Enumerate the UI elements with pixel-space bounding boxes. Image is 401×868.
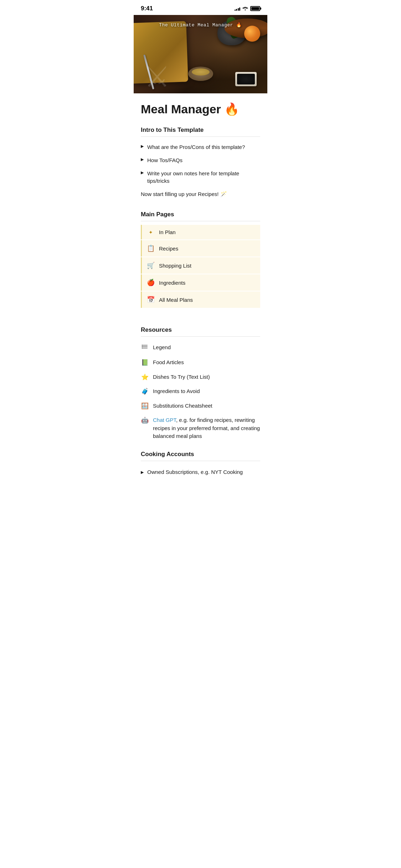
resource-substitutions[interactable]: 🪟 Substitutions Cheatsheet bbox=[141, 399, 260, 413]
intro-section: Intro to This Template ▶ What are the Pr… bbox=[134, 122, 267, 204]
legend-icon bbox=[141, 344, 149, 352]
svg-point-5 bbox=[142, 348, 143, 348]
cooking-accounts-heading: Cooking Accounts bbox=[141, 446, 260, 459]
ingredients-icon: 🍎 bbox=[147, 279, 155, 286]
resource-dishes-to-try[interactable]: ⭐ Dishes To Try (Text List) bbox=[141, 370, 260, 384]
resource-ingredients-to-avoid[interactable]: 🧳 Ingredients to Avoid bbox=[141, 384, 260, 399]
shopping-list-label: Shopping List bbox=[159, 263, 191, 269]
chat-gpt-icon: 🤖 bbox=[141, 417, 149, 424]
main-pages-section: Main Pages ✦ In Plan 📋 Recipes 🛒 Shoppin… bbox=[134, 207, 267, 308]
start-filling-text: Now start filling up your Recipes! 🪄 bbox=[141, 187, 260, 204]
resources-divider bbox=[141, 336, 260, 337]
main-pages-heading: Main Pages bbox=[141, 207, 260, 219]
toggle-item-3[interactable]: ▶ Write your own notes here for template… bbox=[141, 167, 260, 187]
food-articles-label: Food Articles bbox=[153, 358, 184, 367]
dishes-to-try-icon: ⭐ bbox=[141, 373, 149, 381]
status-icons bbox=[235, 6, 261, 11]
shopping-list-icon: 🛒 bbox=[147, 262, 155, 269]
ingredients-avoid-icon: 🧳 bbox=[141, 388, 149, 395]
wifi-icon bbox=[242, 6, 248, 11]
resource-legend[interactable]: Legend bbox=[141, 340, 260, 355]
svg-rect-0 bbox=[142, 345, 148, 346]
svg-point-3 bbox=[142, 345, 143, 346]
toggle-arrow-2: ▶ bbox=[141, 157, 144, 162]
recipes-icon: 📋 bbox=[147, 244, 155, 252]
toggle-arrow-1: ▶ bbox=[141, 144, 144, 149]
hero-spice-bowl bbox=[188, 67, 213, 81]
chat-gpt-link[interactable]: Chat GPT bbox=[153, 417, 176, 423]
battery-icon bbox=[250, 6, 260, 11]
hero-pepper-tray bbox=[235, 72, 257, 86]
resource-chat-gpt[interactable]: 🤖 Chat GPT, e.g. for finding recipes, re… bbox=[141, 413, 260, 444]
recipes-label: Recipes bbox=[159, 246, 178, 252]
dishes-to-try-label: Dishes To Try (Text List) bbox=[153, 373, 210, 381]
page-link-shopping-list[interactable]: 🛒 Shopping List bbox=[141, 257, 260, 274]
cooking-toggle-subscriptions[interactable]: ▶ Owned Subscriptions, e.g. NYT Cooking bbox=[141, 465, 260, 479]
resources-section: Resources Legend 📗 Food Articles ⭐ Dishe… bbox=[134, 322, 267, 444]
toggle-text-3: Write your own notes here for template t… bbox=[147, 170, 260, 185]
page-title: Meal Manager 🔥 bbox=[134, 93, 267, 122]
in-plan-icon: ✦ bbox=[147, 229, 155, 235]
toggle-item-2[interactable]: ▶ How Tos/FAQs bbox=[141, 154, 260, 167]
page-link-ingredients[interactable]: 🍎 Ingredients bbox=[141, 274, 260, 291]
substitutions-label: Substitutions Cheatsheet bbox=[153, 402, 212, 410]
cooking-toggle-arrow: ▶ bbox=[141, 470, 144, 475]
all-meal-plans-icon: 📅 bbox=[147, 296, 155, 304]
cooking-accounts-divider bbox=[141, 461, 260, 461]
svg-point-4 bbox=[142, 346, 143, 347]
ingredients-avoid-label: Ingredients to Avoid bbox=[153, 387, 200, 396]
svg-rect-1 bbox=[142, 346, 148, 347]
main-pages-divider bbox=[141, 221, 260, 221]
substitutions-icon: 🪟 bbox=[141, 402, 149, 410]
toggle-text-1: What are the Pros/Cons of this template? bbox=[147, 143, 245, 151]
page-link-recipes[interactable]: 📋 Recipes bbox=[141, 240, 260, 257]
hero-orange bbox=[244, 26, 260, 42]
food-articles-icon: 📗 bbox=[141, 359, 149, 366]
status-time: 9:41 bbox=[141, 5, 153, 12]
intro-divider bbox=[141, 136, 260, 137]
hero-subtitle: The Ultimate Meal Manager 🔥 bbox=[159, 22, 242, 28]
legend-label: Legend bbox=[153, 343, 171, 352]
status-bar: 9:41 bbox=[134, 0, 267, 15]
all-meal-plans-label: All Meal Plans bbox=[159, 297, 193, 303]
toggle-text-2: How Tos/FAQs bbox=[147, 156, 182, 164]
page-link-in-plan[interactable]: ✦ In Plan bbox=[141, 225, 260, 239]
in-plan-label: In Plan bbox=[159, 229, 176, 235]
cooking-accounts-section: Cooking Accounts ▶ Owned Subscriptions, … bbox=[134, 446, 267, 479]
toggle-item-1[interactable]: ▶ What are the Pros/Cons of this templat… bbox=[141, 140, 260, 154]
resource-food-articles[interactable]: 📗 Food Articles bbox=[141, 355, 260, 370]
signal-icon bbox=[235, 6, 241, 11]
svg-rect-2 bbox=[142, 348, 148, 348]
intro-heading: Intro to This Template bbox=[141, 122, 260, 135]
page-link-all-meal-plans[interactable]: 📅 All Meal Plans bbox=[141, 291, 260, 308]
chat-gpt-label: Chat GPT, e.g. for finding recipes, rewr… bbox=[153, 416, 260, 440]
hero-utensil-icon: ⚔ bbox=[144, 60, 170, 93]
cooking-toggle-text: Owned Subscriptions, e.g. NYT Cooking bbox=[147, 468, 243, 476]
ingredients-label: Ingredients bbox=[159, 280, 185, 286]
resources-heading: Resources bbox=[141, 322, 260, 335]
hero-image: ⚔ The Ultimate Meal Manager 🔥 bbox=[134, 15, 267, 93]
toggle-arrow-3: ▶ bbox=[141, 170, 144, 175]
